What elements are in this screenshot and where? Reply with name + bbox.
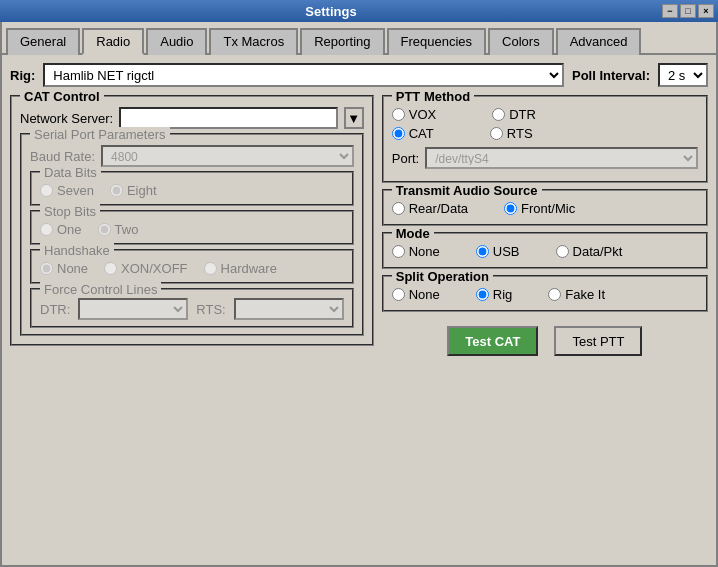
audio-rear-radio[interactable]: Rear/Data [392,201,468,216]
serial-port-params-group: Serial Port Parameters Baud Rate: 4800 [20,133,364,336]
main-window: General Radio Audio Tx Macros Reporting … [0,22,718,567]
dtr-label: DTR: [40,302,70,317]
mode-group: Mode None USB Data/Pkt [382,232,708,269]
tab-tx-macros[interactable]: Tx Macros [209,28,298,55]
maximize-button[interactable]: □ [680,4,696,18]
mode-usb-radio[interactable]: USB [476,244,520,259]
ptt-rts-label: RTS [507,126,533,141]
left-panel: CAT Control Network Server: ▼ Serial Por… [10,95,374,553]
tab-reporting[interactable]: Reporting [300,28,384,55]
split-rig-radio[interactable]: Rig [476,287,513,302]
ptt-port-row: Port: /dev/ttyS4 [392,147,698,169]
baud-rate-select[interactable]: 4800 [101,145,354,167]
handshake-title: Handshake [40,243,114,258]
rts-select[interactable] [234,298,344,320]
titlebar: Settings − □ × [0,0,718,22]
main-panels: CAT Control Network Server: ▼ Serial Por… [10,95,708,553]
stop-bits-one-radio[interactable]: One [40,222,82,237]
split-operation-title: Split Operation [392,269,493,284]
poll-interval-label: Poll Interval: [572,68,650,83]
audio-rear-label: Rear/Data [409,201,468,216]
ptt-port-label: Port: [392,151,419,166]
network-server-label: Network Server: [20,111,113,126]
mode-none-label: None [409,244,440,259]
data-bits-eight-radio[interactable]: Eight [110,183,157,198]
rts-label: RTS: [196,302,225,317]
mode-title: Mode [392,226,434,241]
baud-rate-label: Baud Rate: [30,149,95,164]
test-cat-button[interactable]: Test CAT [447,326,538,356]
poll-interval-select[interactable]: 2 s [658,63,708,87]
tab-bar: General Radio Audio Tx Macros Reporting … [2,22,716,55]
right-panel: PTT Method VOX DTR [382,95,708,553]
data-bits-seven-radio[interactable]: Seven [40,183,94,198]
transmit-audio-title: Transmit Audio Source [392,183,542,198]
audio-front-label: Front/Mic [521,201,575,216]
tab-general[interactable]: General [6,28,80,55]
force-control-title: Force Control Lines [40,282,161,297]
handshake-none-radio[interactable]: None [40,261,88,276]
ptt-method-title: PTT Method [392,89,474,104]
ptt-port-select[interactable]: /dev/ttyS4 [425,147,698,169]
handshake-group: Handshake None XON/XOFF [30,249,354,284]
split-fake-radio[interactable]: Fake It [548,287,605,302]
data-bits-seven-label: Seven [57,183,94,198]
split-rig-label: Rig [493,287,513,302]
cat-control-group: CAT Control Network Server: ▼ Serial Por… [10,95,374,346]
close-button[interactable]: × [698,4,714,18]
window-title: Settings [0,4,662,19]
split-none-label: None [409,287,440,302]
ptt-vox-label: VOX [409,107,436,122]
split-none-radio[interactable]: None [392,287,440,302]
cat-control-title: CAT Control [20,89,104,104]
ptt-method-group: PTT Method VOX DTR [382,95,708,183]
rig-row: Rig: Hamlib NET rigctl Poll Interval: 2 … [10,63,708,87]
radio-content: Rig: Hamlib NET rigctl Poll Interval: 2 … [2,55,716,565]
split-fake-label: Fake It [565,287,605,302]
network-server-input[interactable] [119,107,338,129]
network-server-row: Network Server: ▼ [20,107,364,129]
minimize-button[interactable]: − [662,4,678,18]
window-controls: − □ × [662,4,718,18]
ptt-cat-label: CAT [409,126,434,141]
data-bits-title: Data Bits [40,165,101,180]
dtr-select[interactable] [78,298,188,320]
ptt-dtr-label: DTR [509,107,536,122]
mode-data-pkt-radio[interactable]: Data/Pkt [556,244,623,259]
transmit-audio-group: Transmit Audio Source Rear/Data Front/Mi… [382,189,708,226]
handshake-hardware-label: Hardware [221,261,277,276]
stop-bits-title: Stop Bits [40,204,100,219]
network-server-dropdown[interactable]: ▼ [344,107,364,129]
stop-bits-group: Stop Bits One Two [30,210,354,245]
handshake-xon-label: XON/XOFF [121,261,187,276]
tab-radio[interactable]: Radio [82,28,144,55]
stop-bits-two-label: Two [115,222,139,237]
force-control-group: Force Control Lines DTR: RTS: [30,288,354,328]
handshake-hardware-radio[interactable]: Hardware [204,261,277,276]
ptt-cat-radio[interactable]: CAT [392,126,434,141]
tab-advanced[interactable]: Advanced [556,28,642,55]
ptt-vox-radio[interactable]: VOX [392,107,436,122]
tab-colors[interactable]: Colors [488,28,554,55]
baud-rate-row: Baud Rate: 4800 [30,145,354,167]
split-operation-group: Split Operation None Rig Fake It [382,275,708,312]
mode-data-pkt-label: Data/Pkt [573,244,623,259]
action-buttons: Test CAT Test PTT [382,326,708,356]
stop-bits-two-radio[interactable]: Two [98,222,139,237]
serial-port-params-title: Serial Port Parameters [30,127,170,142]
mode-usb-label: USB [493,244,520,259]
tab-audio[interactable]: Audio [146,28,207,55]
handshake-xon-radio[interactable]: XON/XOFF [104,261,187,276]
handshake-none-label: None [57,261,88,276]
test-ptt-button[interactable]: Test PTT [554,326,642,356]
ptt-dtr-radio[interactable]: DTR [492,107,536,122]
data-bits-group: Data Bits Seven Eight [30,171,354,206]
stop-bits-one-label: One [57,222,82,237]
rig-label: Rig: [10,68,35,83]
tab-frequencies[interactable]: Frequencies [387,28,487,55]
rig-select[interactable]: Hamlib NET rigctl [43,63,564,87]
data-bits-eight-label: Eight [127,183,157,198]
audio-front-radio[interactable]: Front/Mic [504,201,575,216]
mode-none-radio[interactable]: None [392,244,440,259]
ptt-rts-radio[interactable]: RTS [490,126,533,141]
